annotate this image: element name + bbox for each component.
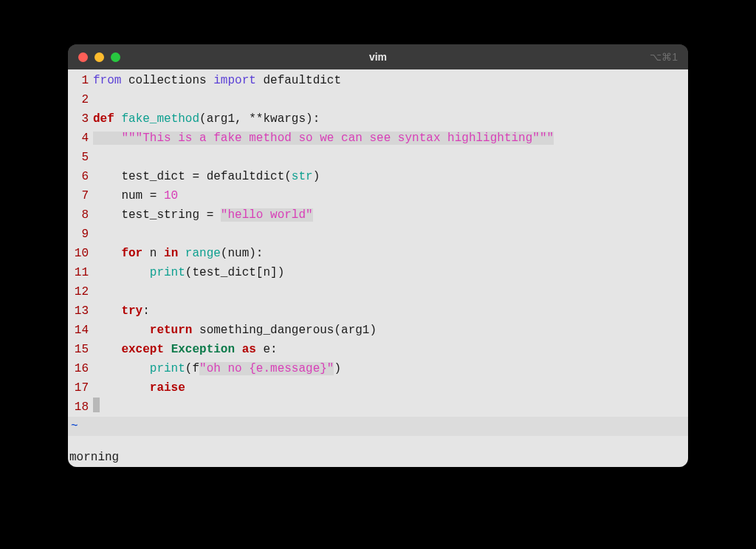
line-number: 5 — [68, 148, 93, 167]
editor-area[interactable]: 1from collections import defaultdict23de… — [68, 69, 688, 448]
token-default: collections — [121, 74, 213, 87]
token-exc: Exception — [171, 343, 235, 356]
code-content[interactable]: for n in range(num): — [93, 244, 688, 263]
code-line[interactable]: 2 — [68, 90, 688, 109]
code-content[interactable] — [93, 90, 688, 109]
token-keyword: from — [93, 74, 121, 87]
token-kw2: return — [150, 324, 193, 337]
code-line[interactable]: 13 try: — [68, 301, 688, 321]
token-kw2: in — [164, 247, 178, 260]
code-line[interactable]: 1from collections import defaultdict — [68, 71, 688, 90]
line-number: 10 — [68, 244, 93, 263]
code-content[interactable]: test_dict = defaultdict(str) — [93, 167, 688, 186]
token-kw2: raise — [150, 381, 185, 395]
code-content[interactable] — [93, 398, 688, 417]
line-number: 16 — [68, 359, 93, 378]
token-default: n — [142, 247, 164, 260]
line-number: 2 — [68, 90, 93, 109]
code-content[interactable]: print(f"oh no {e.message}") — [93, 359, 688, 378]
token-default: e: — [256, 343, 278, 356]
token-default — [93, 132, 121, 145]
close-icon[interactable] — [78, 52, 88, 62]
code-line[interactable]: 11 print(test_dict[n]) — [68, 263, 688, 282]
token-string: """This is a fake method so we can see s… — [121, 132, 554, 145]
code-content[interactable]: test_string = "hello world" — [93, 205, 688, 225]
code-line[interactable]: 12 — [68, 282, 688, 301]
minimize-icon[interactable] — [94, 52, 104, 62]
window-title: vim — [68, 51, 688, 63]
line-number: 1 — [68, 71, 93, 90]
code-content[interactable]: try: — [93, 301, 688, 321]
line-number: 11 — [68, 263, 93, 282]
token-default: defaultdict — [256, 74, 341, 87]
token-default — [114, 112, 122, 126]
line-number: 4 — [68, 129, 93, 148]
code-line[interactable]: 16 print(f"oh no {e.message}") — [68, 359, 688, 378]
token-default — [93, 324, 150, 337]
token-default: (test_dict[n]) — [185, 266, 284, 279]
code-line[interactable]: 5 — [68, 148, 688, 167]
code-content[interactable] — [93, 225, 688, 244]
status-line[interactable]: morning — [68, 448, 688, 467]
token-builtin: print — [150, 362, 185, 375]
line-number: 3 — [68, 109, 93, 129]
code-line[interactable]: 8 test_string = "hello world" — [68, 205, 688, 225]
code-body[interactable]: 1from collections import defaultdict23de… — [68, 69, 688, 417]
tilde-line: ~ — [68, 417, 688, 436]
code-content[interactable]: def fake_method(arg1, **kwargs): — [93, 109, 688, 129]
code-content[interactable] — [93, 282, 688, 301]
code-line[interactable]: 18 — [68, 398, 688, 417]
terminal-window: vim ⌥⌘1 1from collections import default… — [68, 44, 688, 467]
cursor-icon — [93, 398, 100, 412]
token-func: fake_method — [121, 112, 199, 126]
code-line[interactable]: 15 except Exception as e: — [68, 340, 688, 359]
line-number: 12 — [68, 282, 93, 301]
line-number: 15 — [68, 340, 93, 359]
token-default: test_dict = defaultdict( — [93, 170, 292, 183]
line-number: 7 — [68, 186, 93, 205]
code-line[interactable]: 6 test_dict = defaultdict(str) — [68, 167, 688, 186]
code-content[interactable]: print(test_dict[n]) — [93, 263, 688, 282]
code-line[interactable]: 17 raise — [68, 378, 688, 398]
code-content[interactable]: from collections import defaultdict — [93, 71, 688, 90]
status-text: morning — [69, 451, 119, 464]
token-default: (f — [185, 362, 199, 375]
token-kw2: for — [121, 247, 142, 260]
line-number: 14 — [68, 321, 93, 340]
code-content[interactable]: return something_dangerous(arg1) — [93, 321, 688, 340]
code-line[interactable]: 14 return something_dangerous(arg1) — [68, 321, 688, 340]
token-default — [93, 362, 150, 375]
code-content[interactable] — [93, 148, 688, 167]
token-keyword: import — [213, 74, 256, 87]
token-default: ) — [313, 170, 320, 183]
line-number: 9 — [68, 225, 93, 244]
code-line[interactable]: 9 — [68, 225, 688, 244]
code-line[interactable]: 3def fake_method(arg1, **kwargs): — [68, 109, 688, 129]
token-default: : — [142, 304, 150, 318]
line-number: 6 — [68, 167, 93, 186]
code-line[interactable]: 7 num = 10 — [68, 186, 688, 205]
code-line[interactable]: 4 """This is a fake method so we can see… — [68, 129, 688, 148]
token-default: ) — [334, 362, 341, 375]
token-number: 10 — [164, 189, 178, 202]
token-string: "oh no {e.message}" — [199, 362, 334, 375]
token-default: num = — [93, 189, 164, 202]
code-line[interactable]: 10 for n in range(num): — [68, 244, 688, 263]
titlebar: vim ⌥⌘1 — [68, 44, 688, 69]
token-builtin: range — [185, 247, 221, 260]
line-number: 18 — [68, 398, 93, 417]
code-content[interactable]: raise — [93, 378, 688, 398]
line-number: 8 — [68, 205, 93, 225]
code-content[interactable]: """This is a fake method so we can see s… — [93, 129, 688, 148]
token-default — [93, 247, 121, 260]
token-kw2: def — [93, 112, 114, 126]
zoom-icon[interactable] — [111, 52, 120, 62]
token-kw2: as — [242, 343, 256, 356]
token-type: str — [292, 170, 313, 183]
code-content[interactable]: except Exception as e: — [93, 340, 688, 359]
window-shortcut: ⌥⌘1 — [650, 51, 678, 63]
token-kw2: except — [121, 343, 164, 356]
token-default — [93, 343, 121, 356]
code-content[interactable]: num = 10 — [93, 186, 688, 205]
token-default — [93, 266, 150, 279]
